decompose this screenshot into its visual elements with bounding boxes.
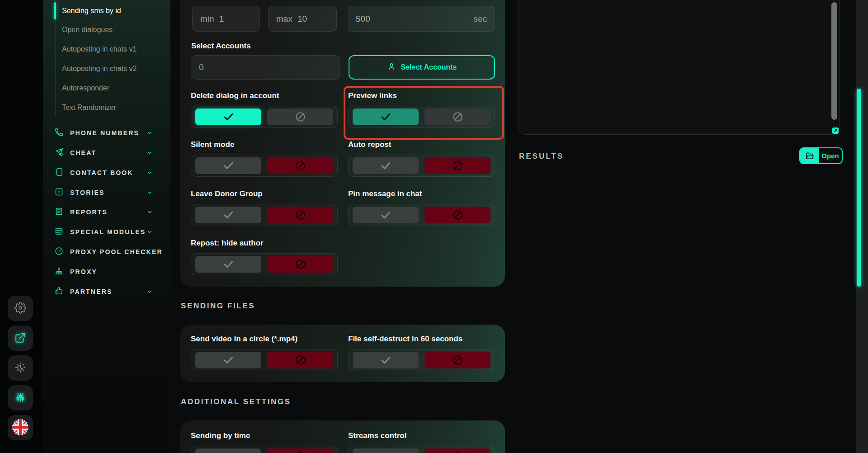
filters-button[interactable]	[8, 385, 33, 411]
textarea-scrollbar-thumb[interactable]	[831, 2, 837, 120]
toggle-preview-links	[348, 106, 495, 128]
check-button[interactable]	[353, 352, 419, 368]
external-link-icon	[14, 332, 26, 345]
resize-grip-icon[interactable]	[832, 127, 839, 134]
modules-icon	[54, 226, 64, 238]
sidebar-item-autoresponder[interactable]: Autoresponder	[62, 83, 109, 94]
sidebar-item-label: PROXY	[70, 268, 97, 275]
toggle-label: Sending by time	[191, 431, 250, 440]
settings-button[interactable]	[8, 296, 33, 321]
check-button[interactable]	[195, 207, 261, 223]
chevron-down-icon	[146, 288, 153, 295]
sidebar-item-proxy[interactable]: PROXY	[54, 266, 163, 278]
sidebar-item-proxy-pool-checker[interactable]: PROXY POOL CHECKER	[54, 246, 163, 258]
toggle-streams-control	[348, 446, 495, 453]
check-button[interactable]	[195, 256, 261, 273]
ban-button[interactable]	[267, 157, 333, 174]
page-scrollbar-thumb[interactable]	[857, 89, 861, 287]
seconds-input[interactable]: 500 sec	[348, 6, 495, 32]
toggle-label: Delete dialog in account	[191, 91, 279, 100]
ban-button[interactable]	[267, 352, 333, 368]
toggle-label: File self-destruct in 60 seconds	[348, 335, 462, 344]
additional-settings-card: Sending by time Streams control	[180, 420, 505, 453]
input-suffix: sec	[473, 14, 487, 24]
check-button[interactable]	[195, 109, 261, 125]
toggle-label: Send video in a circle (*.mp4)	[191, 335, 297, 344]
toggle-send-video-circle	[191, 349, 338, 371]
network-icon	[54, 266, 64, 278]
ban-button[interactable]	[267, 256, 333, 273]
sidebar-item-special-modules[interactable]: SPECIAL MODULES	[54, 226, 163, 238]
chevron-down-icon	[146, 209, 153, 215]
input-value: 0	[199, 62, 204, 72]
ban-button[interactable]	[425, 448, 491, 453]
toggle-label: Pin message in chat	[348, 189, 422, 198]
language-button[interactable]	[8, 415, 33, 440]
icon-rail	[0, 0, 43, 453]
toggle-sending-by-time	[191, 446, 338, 453]
sidebar-item-phone-numbers[interactable]: PHONE NUMBERS	[54, 127, 163, 139]
results-textarea[interactable]	[519, 0, 840, 135]
phone-icon	[54, 127, 64, 139]
input-value: 1	[219, 14, 224, 24]
sidebar-item-stories[interactable]: STORIES	[54, 187, 163, 198]
sidebar-item-reports[interactable]: REPORTS	[54, 206, 163, 218]
toggle-file-self-destruct	[348, 349, 495, 371]
toggle-label: Repost: hide author	[191, 239, 264, 248]
sliders-icon	[14, 392, 26, 405]
sidebar-item-text-randomizer[interactable]: Text Randomizer	[62, 102, 116, 113]
chevron-down-icon	[146, 229, 153, 235]
ban-button[interactable]	[267, 448, 333, 453]
ban-button[interactable]	[267, 109, 333, 125]
toggle-delete-dialog	[191, 106, 338, 128]
sidebar-item-autoposting-v2[interactable]: Autoposting in chats v2	[62, 63, 137, 74]
speedometer-icon	[54, 246, 64, 258]
check-button[interactable]	[353, 207, 419, 223]
plus-square-icon	[54, 187, 64, 198]
min-delay-input[interactable]: min 1	[192, 6, 260, 32]
sidebar-item-label: PROXY POOL CHECKER	[70, 248, 163, 255]
sidebar-item-label: REPORTS	[70, 208, 108, 216]
theme-toggle-button[interactable]	[8, 355, 33, 381]
sidebar-item-autoposting-v1[interactable]: Autoposting in chats v1	[62, 44, 137, 55]
sidebar-item-open-dialogues[interactable]: Open dialogues	[62, 24, 113, 35]
check-button[interactable]	[353, 157, 419, 174]
sidebar-item-partners[interactable]: PARTNERS	[54, 286, 163, 297]
check-button[interactable]	[353, 109, 419, 125]
ban-button[interactable]	[425, 207, 491, 223]
accounts-count-input[interactable]: 0	[191, 55, 340, 80]
open-results-button[interactable]: Open	[799, 147, 843, 164]
check-button[interactable]	[195, 448, 261, 453]
additional-settings-heading: ADDITIONAL SETTINGS	[181, 397, 291, 406]
toggle-auto-repost	[348, 155, 495, 177]
sidebar-item-label: PHONE NUMBERS	[70, 129, 139, 137]
ban-button[interactable]	[425, 157, 491, 174]
page-scrollbar-track[interactable]	[856, 0, 868, 453]
check-button[interactable]	[195, 157, 261, 174]
toggle-leave-donor-group	[191, 204, 338, 226]
thumbs-up-icon	[54, 286, 64, 297]
sidebar-item-label: PARTNERS	[70, 288, 113, 295]
sidebar-item-label: CHEAT	[70, 149, 96, 156]
ban-button[interactable]	[425, 352, 491, 368]
sidebar-item-sending-sms-by-id[interactable]: Sending sms by id	[62, 5, 121, 16]
ban-button[interactable]	[267, 207, 333, 223]
chevron-down-icon	[146, 170, 153, 176]
sending-files-card: Send video in a circle (*.mp4) File self…	[180, 325, 505, 382]
external-link-button[interactable]	[8, 326, 33, 351]
toggle-label: Auto repost	[348, 140, 391, 149]
sidebar-item-cheat[interactable]: CHEAT	[54, 147, 163, 159]
uk-flag-icon	[12, 419, 29, 437]
app-window: Sending sms by id Open dialogues Autopos…	[0, 0, 868, 453]
sidebar: Sending sms by id Open dialogues Autopos…	[43, 0, 170, 453]
sidebar-item-label: SPECIAL MODULES	[70, 228, 146, 236]
sidebar-item-contact-book[interactable]: CONTACT BOOK	[54, 167, 163, 179]
chevron-down-icon	[146, 189, 153, 196]
check-button[interactable]	[195, 352, 261, 368]
check-button[interactable]	[353, 448, 419, 453]
ban-button[interactable]	[425, 109, 491, 125]
select-accounts-button[interactable]: Select Accounts	[349, 55, 495, 80]
toggle-pin-message	[348, 204, 495, 226]
max-delay-input[interactable]: max 10	[268, 6, 337, 32]
toggle-silent-mode	[191, 155, 338, 177]
